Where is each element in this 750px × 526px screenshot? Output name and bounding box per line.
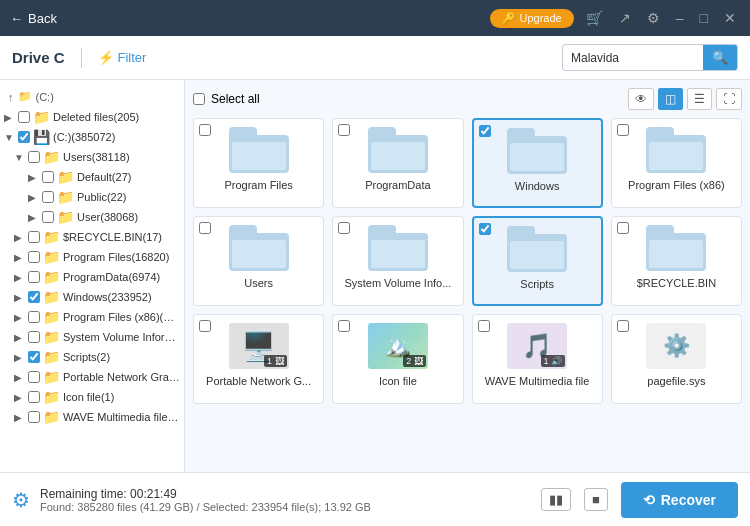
tree-toggle-icon[interactable]: ▶ bbox=[28, 192, 42, 203]
sidebar-item-windows[interactable]: ▶📁Windows(233952) bbox=[0, 287, 184, 307]
folder-icon: 📁 bbox=[57, 169, 74, 185]
maximize-icon[interactable]: □ bbox=[696, 8, 712, 28]
tree-toggle-icon[interactable]: ▶ bbox=[14, 272, 28, 283]
sidebar-checkbox-icon-file[interactable] bbox=[28, 391, 40, 403]
grid-item-pagefile[interactable]: ⚙️pagefile.sys bbox=[611, 314, 742, 404]
grid-item-label: Icon file bbox=[339, 375, 456, 387]
pause-button[interactable]: ▮▮ bbox=[541, 488, 571, 511]
sidebar-checkbox-deleted[interactable] bbox=[18, 111, 30, 123]
tree-toggle-icon[interactable]: ▶ bbox=[14, 232, 28, 243]
grid-checkbox-program-data[interactable] bbox=[338, 124, 350, 136]
sidebar-checkbox-wave[interactable] bbox=[28, 411, 40, 423]
sidebar-checkbox-program-data[interactable] bbox=[28, 271, 40, 283]
grid-checkbox-program-files-x86[interactable] bbox=[617, 124, 629, 136]
sidebar-item-recycle[interactable]: ▶📁$RECYCLE.BIN(17) bbox=[0, 227, 184, 247]
grid-item-portable-network[interactable]: 🖥️1 🖼Portable Network G... bbox=[193, 314, 324, 404]
tree-toggle-icon[interactable]: ▶ bbox=[14, 392, 28, 403]
grid-item-system-volume[interactable]: System Volume Info... bbox=[332, 216, 463, 306]
grid-item-users[interactable]: Users bbox=[193, 216, 324, 306]
stop-button[interactable]: ■ bbox=[584, 488, 608, 511]
grid-checkbox-pagefile[interactable] bbox=[617, 320, 629, 332]
search-input[interactable] bbox=[563, 47, 703, 69]
tree-toggle-icon[interactable]: ▶ bbox=[14, 292, 28, 303]
settings-icon[interactable]: ⚙ bbox=[643, 8, 664, 28]
grid-checkbox-program-files[interactable] bbox=[199, 124, 211, 136]
tree-toggle-icon[interactable]: ▶ bbox=[14, 252, 28, 263]
grid-item-program-files-x86[interactable]: Program Files (x86) bbox=[611, 118, 742, 208]
filter-button[interactable]: ⚡ Filter bbox=[98, 50, 147, 65]
share-icon[interactable]: ↗ bbox=[615, 8, 635, 28]
fullscreen-view-button[interactable]: ⛶ bbox=[716, 88, 742, 110]
grid-checkbox-icon-file[interactable] bbox=[338, 320, 350, 332]
grid-item-program-files[interactable]: Program Files bbox=[193, 118, 324, 208]
list-view-button[interactable]: ☰ bbox=[687, 88, 712, 110]
grid-item-icon-file[interactable]: 🏔️2 🖼Icon file bbox=[332, 314, 463, 404]
tree-toggle-icon[interactable]: ▶ bbox=[28, 172, 42, 183]
back-button[interactable]: ← Back bbox=[10, 11, 57, 26]
grid-checkbox-scripts[interactable] bbox=[479, 223, 491, 235]
tree-toggle-icon[interactable]: ▶ bbox=[14, 412, 28, 423]
sidebar-checkbox-drive-c[interactable] bbox=[18, 131, 30, 143]
sidebar-item-users[interactable]: ▼📁Users(38118) bbox=[0, 147, 184, 167]
tree-toggle-icon[interactable]: ▶ bbox=[4, 112, 18, 123]
close-icon[interactable]: ✕ bbox=[720, 8, 740, 28]
sidebar-checkbox-program-files-x86[interactable] bbox=[28, 311, 40, 323]
sidebar-checkbox-program-files[interactable] bbox=[28, 251, 40, 263]
up-icon[interactable]: ↑ bbox=[8, 91, 14, 103]
tree-toggle-icon[interactable]: ▶ bbox=[14, 372, 28, 383]
tree-toggle-icon[interactable]: ▼ bbox=[14, 152, 28, 163]
sidebar-item-wave[interactable]: ▶📁WAVE Multimedia file(1) bbox=[0, 407, 184, 427]
sidebar-checkbox-scripts[interactable] bbox=[28, 351, 40, 363]
grid-checkbox-wave-multimedia[interactable] bbox=[478, 320, 490, 332]
select-all-checkbox[interactable] bbox=[193, 93, 205, 105]
eye-view-button[interactable]: 👁 bbox=[628, 88, 654, 110]
sidebar-checkbox-default[interactable] bbox=[42, 171, 54, 183]
sidebar: ↑ 📁 (C:) ▶📁Deleted files(205)▼💾(C:)(3850… bbox=[0, 80, 185, 472]
sidebar-checkbox-public[interactable] bbox=[42, 191, 54, 203]
grid-view-button[interactable]: ◫ bbox=[658, 88, 683, 110]
tree-toggle-icon[interactable]: ▶ bbox=[14, 352, 28, 363]
tree-toggle-icon[interactable]: ▶ bbox=[14, 312, 28, 323]
sidebar-item-program-data[interactable]: ▶📁ProgramData(6974) bbox=[0, 267, 184, 287]
minimize-icon[interactable]: – bbox=[672, 8, 688, 28]
grid-item-windows[interactable]: Windows bbox=[472, 118, 603, 208]
sidebar-item-drive-c[interactable]: ▼💾(C:)(385072) bbox=[0, 127, 184, 147]
grid-checkbox-system-volume[interactable] bbox=[338, 222, 350, 234]
sidebar-checkbox-system-volume[interactable] bbox=[28, 331, 40, 343]
recover-button[interactable]: ⟲ Recover bbox=[621, 482, 738, 518]
sidebar-checkbox-recycle[interactable] bbox=[28, 231, 40, 243]
sidebar-item-icon-file[interactable]: ▶📁Icon file(1) bbox=[0, 387, 184, 407]
computer-thumbnail: 🖥️1 🖼 bbox=[229, 323, 289, 369]
sidebar-checkbox-users[interactable] bbox=[28, 151, 40, 163]
upgrade-button[interactable]: 🔑 Upgrade bbox=[490, 9, 574, 28]
sidebar-path: ↑ 📁 (C:) bbox=[0, 86, 184, 107]
sidebar-item-program-files[interactable]: ▶📁Program Files(16820) bbox=[0, 247, 184, 267]
sidebar-item-system-volume[interactable]: ▶📁System Volume Informa... bbox=[0, 327, 184, 347]
sidebar-item-user[interactable]: ▶📁User(38068) bbox=[0, 207, 184, 227]
grid-checkbox-users[interactable] bbox=[199, 222, 211, 234]
tree-toggle-icon[interactable]: ▼ bbox=[4, 132, 18, 143]
cart-icon[interactable]: 🛒 bbox=[582, 8, 607, 28]
grid-item-scripts[interactable]: Scripts bbox=[472, 216, 603, 306]
search-button[interactable]: 🔍 bbox=[703, 45, 737, 70]
sidebar-item-default[interactable]: ▶📁Default(27) bbox=[0, 167, 184, 187]
grid-checkbox-recycle-bin[interactable] bbox=[617, 222, 629, 234]
grid-item-program-data[interactable]: ProgramData bbox=[332, 118, 463, 208]
sidebar-checkbox-windows[interactable] bbox=[28, 291, 40, 303]
tree-toggle-icon[interactable]: ▶ bbox=[14, 332, 28, 343]
sidebar-checkbox-user[interactable] bbox=[42, 211, 54, 223]
grid-checkbox-portable-network[interactable] bbox=[199, 320, 211, 332]
sidebar-item-program-files-x86[interactable]: ▶📁Program Files (x86)(8918) bbox=[0, 307, 184, 327]
tree-item-label: Icon file(1) bbox=[63, 391, 114, 403]
tree-toggle-icon[interactable]: ▶ bbox=[28, 212, 42, 223]
sidebar-item-deleted[interactable]: ▶📁Deleted files(205) bbox=[0, 107, 184, 127]
grid-item-wave-multimedia[interactable]: 🎵1 🔊WAVE Multimedia file bbox=[472, 314, 603, 404]
grid-item-recycle-bin[interactable]: $RECYCLE.BIN bbox=[611, 216, 742, 306]
sidebar-item-public[interactable]: ▶📁Public(22) bbox=[0, 187, 184, 207]
grid-item-label: Users bbox=[200, 277, 317, 289]
sidebar-item-scripts[interactable]: ▶📁Scripts(2) bbox=[0, 347, 184, 367]
tree-item-label: User(38068) bbox=[77, 211, 138, 223]
grid-checkbox-windows[interactable] bbox=[479, 125, 491, 137]
sidebar-checkbox-portable[interactable] bbox=[28, 371, 40, 383]
sidebar-item-portable[interactable]: ▶📁Portable Network Graph... bbox=[0, 367, 184, 387]
